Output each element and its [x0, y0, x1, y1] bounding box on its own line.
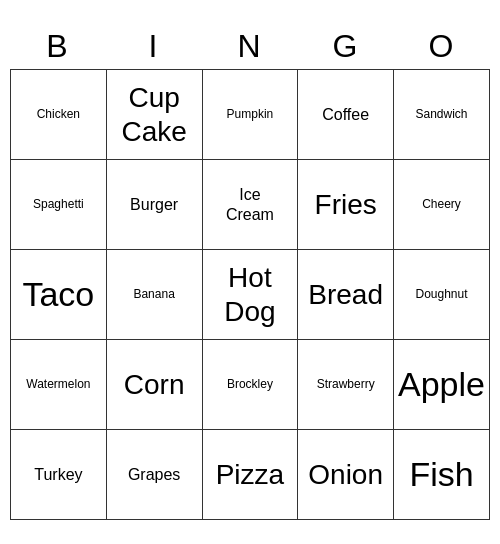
- bingo-cell-r2-c4: Doughnut: [394, 250, 490, 340]
- bingo-cell-text-r4-c4: Fish: [409, 454, 473, 495]
- bingo-cell-r4-c2: Pizza: [203, 430, 299, 520]
- bingo-cell-r3-c1: Corn: [107, 340, 203, 430]
- bingo-cell-text-r1-c2: Ice Cream: [226, 185, 274, 223]
- bingo-cell-r4-c1: Grapes: [107, 430, 203, 520]
- bingo-cell-text-r3-c0: Watermelon: [26, 377, 90, 391]
- bingo-cell-text-r0-c3: Coffee: [322, 105, 369, 124]
- bingo-cell-r3-c0: Watermelon: [11, 340, 107, 430]
- bingo-cell-text-r0-c0: Chicken: [37, 107, 80, 121]
- bingo-cell-text-r4-c1: Grapes: [128, 465, 180, 484]
- bingo-cell-text-r2-c4: Doughnut: [415, 287, 467, 301]
- bingo-cell-r4-c0: Turkey: [11, 430, 107, 520]
- bingo-cell-text-r1-c0: Spaghetti: [33, 197, 84, 211]
- header-letter-B: B: [10, 24, 106, 69]
- bingo-cell-text-r4-c3: Onion: [308, 458, 383, 492]
- bingo-cell-text-r2-c1: Banana: [133, 287, 174, 301]
- bingo-cell-text-r3-c2: Brockley: [227, 377, 273, 391]
- bingo-cell-r2-c0: Taco: [11, 250, 107, 340]
- bingo-cell-r1-c1: Burger: [107, 160, 203, 250]
- bingo-cell-r1-c2: Ice Cream: [203, 160, 299, 250]
- bingo-cell-r4-c3: Onion: [298, 430, 394, 520]
- bingo-cell-text-r1-c1: Burger: [130, 195, 178, 214]
- bingo-cell-r3-c4: Apple: [394, 340, 490, 430]
- bingo-cell-text-r3-c1: Corn: [124, 368, 185, 402]
- bingo-cell-text-r0-c2: Pumpkin: [227, 107, 274, 121]
- bingo-cell-r2-c1: Banana: [107, 250, 203, 340]
- bingo-header: BINGO: [10, 24, 490, 69]
- bingo-cell-r0-c0: Chicken: [11, 70, 107, 160]
- bingo-cell-r1-c4: Cheery: [394, 160, 490, 250]
- bingo-cell-r1-c0: Spaghetti: [11, 160, 107, 250]
- bingo-cell-text-r0-c4: Sandwich: [416, 107, 468, 121]
- bingo-cell-r1-c3: Fries: [298, 160, 394, 250]
- header-letter-N: N: [202, 24, 298, 69]
- header-letter-O: O: [394, 24, 490, 69]
- bingo-card: BINGO ChickenCup CakePumpkinCoffeeSandwi…: [10, 24, 490, 520]
- bingo-cell-r2-c2: Hot Dog: [203, 250, 299, 340]
- bingo-cell-text-r2-c0: Taco: [22, 274, 94, 315]
- bingo-cell-text-r2-c3: Bread: [308, 278, 383, 312]
- bingo-cell-r2-c3: Bread: [298, 250, 394, 340]
- bingo-cell-text-r3-c3: Strawberry: [317, 377, 375, 391]
- bingo-cell-text-r0-c1: Cup Cake: [121, 81, 186, 148]
- bingo-cell-r3-c3: Strawberry: [298, 340, 394, 430]
- bingo-cell-r0-c4: Sandwich: [394, 70, 490, 160]
- bingo-cell-r0-c1: Cup Cake: [107, 70, 203, 160]
- bingo-cell-text-r2-c2: Hot Dog: [224, 261, 275, 328]
- bingo-cell-text-r1-c3: Fries: [315, 188, 377, 222]
- bingo-cell-text-r4-c0: Turkey: [34, 465, 82, 484]
- header-letter-I: I: [106, 24, 202, 69]
- bingo-cell-r3-c2: Brockley: [203, 340, 299, 430]
- bingo-cell-text-r3-c4: Apple: [398, 364, 485, 405]
- header-letter-G: G: [298, 24, 394, 69]
- bingo-cell-r0-c3: Coffee: [298, 70, 394, 160]
- bingo-cell-text-r4-c2: Pizza: [216, 458, 284, 492]
- bingo-cell-text-r1-c4: Cheery: [422, 197, 461, 211]
- bingo-cell-r0-c2: Pumpkin: [203, 70, 299, 160]
- bingo-grid: ChickenCup CakePumpkinCoffeeSandwichSpag…: [10, 69, 490, 520]
- bingo-cell-r4-c4: Fish: [394, 430, 490, 520]
